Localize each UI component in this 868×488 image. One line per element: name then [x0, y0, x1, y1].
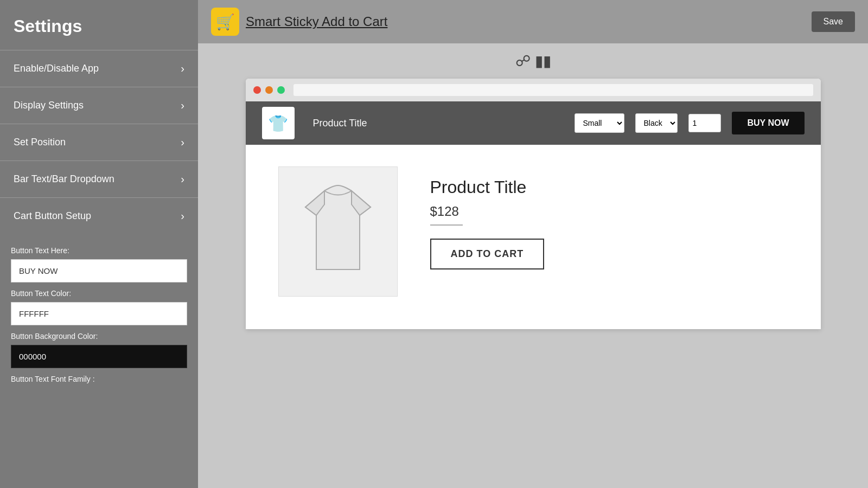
button-bg-color-label: Button Background Color:	[11, 332, 187, 341]
sidebar-section-set-position[interactable]: Set Position ›	[0, 124, 198, 160]
sidebar-section-cart-button[interactable]: Cart Button Setup › Button Text Here: Bu…	[0, 197, 198, 399]
browser-toolbar	[246, 79, 821, 101]
sidebar-section-label: Set Position	[14, 137, 66, 148]
app-logo-icon: 🛒	[211, 8, 239, 36]
button-bg-color-input[interactable]	[11, 345, 187, 368]
sidebar-section-label: Cart Button Setup	[14, 210, 91, 222]
sidebar-section-enable-disable[interactable]: Enable/Disable App ›	[0, 50, 198, 87]
sticky-qty-input[interactable]	[688, 114, 721, 132]
price-divider	[430, 224, 463, 226]
sidebar-section-label: Enable/Disable App	[14, 63, 99, 74]
chevron-down-icon: ›	[181, 173, 184, 185]
product-tshirt-image	[295, 180, 381, 283]
product-page: Product Title $128 ADD TO CART	[246, 145, 821, 329]
button-text-color-label: Button Text Color:	[11, 289, 187, 298]
button-font-family-label: Button Text Font Family :	[11, 375, 187, 383]
sidebar-title: Settings	[0, 0, 198, 50]
browser-url-bar	[293, 84, 813, 96]
button-text-color-input[interactable]	[11, 302, 187, 325]
sticky-product-title: Product Title	[313, 118, 564, 129]
sticky-color-select[interactable]: Black White Red	[635, 113, 678, 133]
preview-area: ☍ ▮▮ 👕 Product Title Small Medium Lar	[198, 43, 868, 488]
chevron-down-icon: ›	[181, 62, 184, 75]
sticky-bar: 👕 Product Title Small Medium Large Black…	[246, 101, 821, 145]
mobile-view-icon[interactable]: ☍	[515, 52, 531, 70]
sticky-product-image: 👕	[262, 107, 295, 139]
browser-mock: 👕 Product Title Small Medium Large Black…	[246, 79, 821, 329]
sidebar-section-label: Display Settings	[14, 100, 84, 111]
main-content: 🛒 Smart Sticky Add to Cart Save ☍ ▮▮ 👕	[198, 0, 868, 488]
sidebar-section-display-settings[interactable]: Display Settings ›	[0, 87, 198, 124]
app-logo-area: 🛒 Smart Sticky Add to Cart	[211, 8, 387, 36]
browser-dot-red	[253, 86, 261, 94]
product-title: Product Title	[430, 177, 527, 197]
product-info: Product Title $128 ADD TO CART	[430, 166, 788, 269]
save-button[interactable]: Save	[812, 11, 855, 32]
chevron-down-icon: ›	[181, 99, 184, 112]
desktop-view-icon[interactable]: ▮▮	[535, 52, 551, 70]
chevron-down-icon: ›	[181, 210, 184, 222]
app-title[interactable]: Smart Sticky Add to Cart	[246, 14, 387, 29]
top-bar: 🛒 Smart Sticky Add to Cart Save	[198, 0, 868, 43]
add-to-cart-button[interactable]: ADD TO CART	[430, 239, 545, 269]
sticky-size-select[interactable]: Small Medium Large	[575, 113, 624, 133]
button-text-label: Button Text Here:	[11, 246, 187, 255]
product-price: $128	[430, 204, 459, 219]
browser-dot-orange	[265, 86, 273, 94]
cart-button-setup-content: Button Text Here: Button Text Color: But…	[0, 234, 198, 399]
sidebar-section-label: Bar Text/Bar Dropdown	[14, 174, 114, 185]
sidebar-section-bar-text[interactable]: Bar Text/Bar Dropdown ›	[0, 160, 198, 197]
view-toggle: ☍ ▮▮	[515, 52, 551, 70]
sticky-buy-now-button[interactable]: BUY NOW	[732, 112, 804, 134]
chevron-down-icon: ›	[181, 136, 184, 149]
button-text-input[interactable]	[11, 259, 187, 282]
sidebar: Settings Enable/Disable App › Display Se…	[0, 0, 198, 488]
browser-dot-green	[277, 86, 285, 94]
product-image-box	[278, 166, 398, 297]
